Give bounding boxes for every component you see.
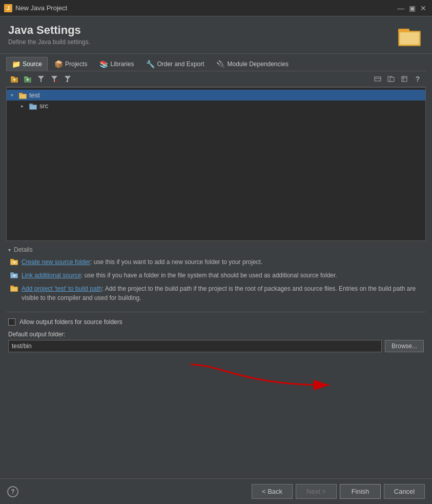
add-project-icon bbox=[10, 285, 18, 292]
browse-button[interactable]: Browse... bbox=[385, 340, 424, 352]
details-section: ▾ Details + Create new source folder: us… bbox=[6, 241, 426, 312]
main-content: 📁 Source 📦 Projects 📚 Libraries 🔧 Order … bbox=[0, 54, 432, 390]
source-tab-icon: 📁 bbox=[12, 60, 20, 68]
tree-item-test[interactable]: ▾ test bbox=[7, 90, 425, 100]
maximize-button[interactable]: ▣ bbox=[407, 4, 417, 13]
allow-output-label: Allow output folders for source folders bbox=[19, 318, 122, 326]
projects-tab-icon: 📦 bbox=[54, 60, 63, 68]
window-controls[interactable]: — ▣ ✕ bbox=[396, 4, 428, 13]
footer: ? < Back Next > Finish Cancel bbox=[0, 478, 432, 504]
bottom-options: Allow output folders for source folders … bbox=[6, 312, 426, 359]
minimize-button[interactable]: — bbox=[396, 4, 405, 13]
tab-libraries-label: Libraries bbox=[110, 61, 134, 68]
footer-left: ? bbox=[7, 486, 18, 497]
output-folder-input[interactable] bbox=[8, 340, 382, 352]
details-arrow-icon: ▾ bbox=[8, 247, 11, 253]
svg-rect-16 bbox=[375, 77, 381, 81]
tab-module-deps[interactable]: 🔌 Module Dependencies bbox=[211, 57, 294, 71]
next-button[interactable]: Next > bbox=[296, 484, 337, 499]
tab-order-export[interactable]: 🔧 Order and Export bbox=[140, 57, 210, 71]
source-folder-icon bbox=[29, 103, 37, 110]
output-folder-label: Default output folder: bbox=[8, 331, 424, 338]
libraries-tab-icon: 📚 bbox=[99, 60, 108, 68]
tabs-bar: 📁 Source 📦 Projects 📚 Libraries 🔧 Order … bbox=[6, 54, 426, 71]
svg-rect-39 bbox=[11, 287, 17, 291]
arrow-annotation bbox=[6, 359, 426, 390]
details-item-create-folder: + Create new source folder: use this if … bbox=[8, 257, 424, 267]
svg-marker-12 bbox=[38, 76, 44, 82]
toolbar-btn2[interactable] bbox=[385, 73, 397, 85]
svg-rect-19 bbox=[390, 77, 394, 82]
details-header[interactable]: ▾ Details bbox=[8, 246, 424, 253]
page-header: Java Settings Define the Java build sett… bbox=[0, 16, 432, 54]
window-title: New Java Project bbox=[15, 4, 67, 12]
tree-arrow-src: ▸ bbox=[21, 103, 27, 109]
tab-source-label: Source bbox=[23, 61, 42, 68]
tab-projects[interactable]: 📦 Projects bbox=[49, 57, 93, 71]
add-folder-button[interactable]: + bbox=[8, 73, 20, 85]
svg-text:+: + bbox=[13, 260, 15, 265]
toolbar-left: + + x bbox=[8, 73, 74, 85]
toolbar-btn1[interactable] bbox=[372, 73, 384, 85]
link-source-link[interactable]: Link additional source bbox=[22, 272, 81, 279]
svg-rect-5 bbox=[400, 33, 419, 44]
toolbar-btn3[interactable] bbox=[398, 73, 410, 85]
tree-item-src[interactable]: ▸ src bbox=[7, 100, 425, 111]
tab-module-deps-label: Module Dependencies bbox=[227, 61, 288, 68]
filter2-button[interactable]: x bbox=[48, 73, 60, 85]
cancel-button[interactable]: Cancel bbox=[384, 484, 425, 499]
svg-text:x: x bbox=[56, 78, 58, 83]
tree-panel[interactable]: ▾ test ▸ src bbox=[6, 87, 426, 241]
tree-label-src: src bbox=[39, 102, 48, 110]
svg-rect-25 bbox=[19, 94, 26, 98]
page-title: Java Settings bbox=[8, 24, 90, 37]
details-link-source-text: Link additional source: use this if you … bbox=[22, 271, 337, 280]
finish-button[interactable]: Finish bbox=[340, 484, 381, 499]
tree-label-test: test bbox=[29, 91, 40, 99]
expand-button[interactable] bbox=[61, 73, 74, 85]
title-bar-left: J New Java Project bbox=[4, 4, 67, 12]
svg-text:J: J bbox=[7, 5, 10, 11]
details-item-add-project: Add project 'test' to build path: Add th… bbox=[8, 284, 424, 303]
add-project-link[interactable]: Add project 'test' to build path bbox=[22, 285, 102, 292]
toolbar: + + x bbox=[6, 71, 426, 87]
output-folder-row: Default output folder: Browse... bbox=[8, 331, 424, 352]
project-folder-icon bbox=[19, 92, 27, 99]
module-tab-icon: 🔌 bbox=[216, 60, 225, 68]
svg-text:+: + bbox=[26, 77, 29, 83]
tab-projects-label: Projects bbox=[65, 61, 87, 68]
svg-rect-28 bbox=[30, 105, 36, 109]
tab-order-export-label: Order and Export bbox=[157, 61, 204, 68]
back-button[interactable]: < Back bbox=[252, 484, 293, 499]
tab-libraries[interactable]: 📚 Libraries bbox=[94, 57, 139, 71]
svg-rect-20 bbox=[402, 76, 407, 82]
red-arrow-svg bbox=[180, 359, 344, 390]
order-tab-icon: 🔧 bbox=[146, 60, 155, 68]
allow-output-row: Allow output folders for source folders bbox=[8, 318, 424, 326]
title-bar: J New Java Project — ▣ ✕ bbox=[0, 0, 432, 16]
add-source-button[interactable]: + bbox=[22, 73, 34, 85]
close-button[interactable]: ✕ bbox=[419, 4, 428, 13]
page-header-left: Java Settings Define the Java build sett… bbox=[8, 24, 90, 46]
help-toolbar-button[interactable]: ? bbox=[412, 73, 424, 85]
filter-button[interactable] bbox=[35, 73, 47, 85]
svg-text:+: + bbox=[13, 77, 16, 83]
details-header-label: Details bbox=[14, 246, 33, 253]
tab-source[interactable]: 📁 Source bbox=[6, 57, 48, 71]
toolbar-right: ? bbox=[372, 73, 424, 85]
help-button[interactable]: ? bbox=[7, 486, 18, 497]
svg-text:+: + bbox=[13, 273, 15, 278]
link-source-icon: + bbox=[10, 271, 18, 278]
footer-right: < Back Next > Finish Cancel bbox=[252, 484, 425, 499]
app-icon: J bbox=[4, 4, 12, 12]
tree-arrow-test: ▾ bbox=[11, 92, 17, 98]
details-add-project-text: Add project 'test' to build path: Add th… bbox=[22, 284, 422, 303]
help-toolbar-icon: ? bbox=[416, 75, 420, 83]
output-folder-input-row: Browse... bbox=[8, 340, 424, 352]
allow-output-checkbox[interactable] bbox=[8, 318, 15, 326]
header-folder-icon bbox=[397, 24, 424, 48]
details-item-link-source: + Link additional source: use this if yo… bbox=[8, 271, 424, 280]
create-folder-icon: + bbox=[10, 258, 18, 265]
create-folder-link[interactable]: Create new source folder bbox=[22, 258, 90, 266]
details-create-folder-text: Create new source folder: use this if yo… bbox=[22, 257, 262, 267]
